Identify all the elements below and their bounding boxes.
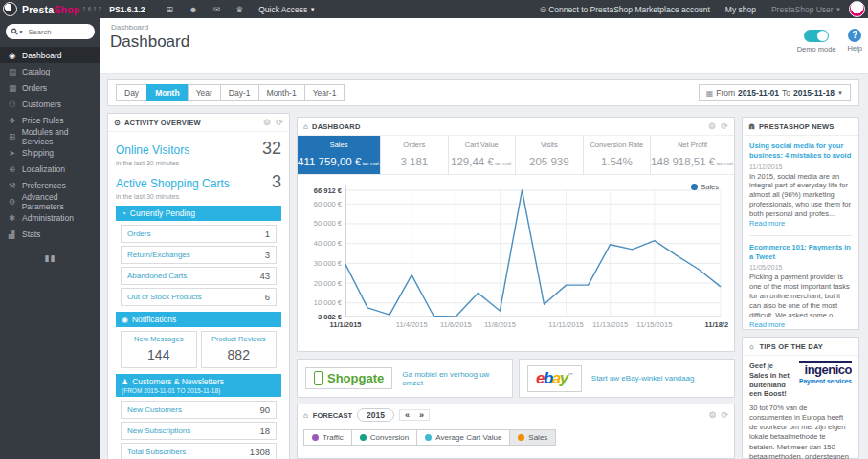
range-button-year-1[interactable]: Year-1 <box>304 84 345 101</box>
date-range-picker[interactable]: ▦ From 2015-11-01 To 2015-11-18 ▼ <box>699 84 851 101</box>
quick-access-menu[interactable]: Quick Access ▼ <box>258 5 315 14</box>
read-more-link[interactable]: Read more <box>749 219 785 228</box>
customers-quick-icon[interactable]: ☻ <box>189 5 197 14</box>
news-article-title[interactable]: Ecommerce 101: Payments in a Tweet <box>749 243 852 262</box>
sidebar-search[interactable]: ⚲ ▼ <box>6 24 95 39</box>
sidebar-item-price-rules[interactable]: ❖Price Rules <box>0 112 100 128</box>
chevron-down-icon: ▼ <box>837 90 843 96</box>
collapse-sidebar-button[interactable]: ▮▮ <box>0 253 100 263</box>
customers-row-link[interactable]: Total Subscribers <box>127 448 186 456</box>
page-header: Dashboard Dashboard Demo mode ? Help <box>100 18 868 74</box>
notification-cell: New Messages144 <box>121 331 197 368</box>
active-carts-label[interactable]: Active Shopping Carts <box>116 177 230 190</box>
tab-dot-icon <box>360 434 367 441</box>
breadcrumb[interactable]: Dashboard <box>111 23 148 32</box>
demo-mode-label: Demo mode <box>797 45 836 54</box>
news-article-excerpt: In 2015, social media are an integral pa… <box>749 172 852 229</box>
cart-icon[interactable]: ⊞ <box>167 5 174 14</box>
news-article-title[interactable]: Using social media for your business: 4 … <box>749 142 852 161</box>
pending-row-link[interactable]: Abandoned Carts <box>127 272 187 280</box>
sidebar-item-stats[interactable]: ▟Stats <box>0 226 100 242</box>
sidebar-item-preferences[interactable]: ⚒Preferences <box>0 177 100 193</box>
read-more-link[interactable]: Read more <box>749 320 785 329</box>
kpi-tile-visits[interactable]: Visits205 939 <box>516 136 584 174</box>
range-button-year[interactable]: Year <box>188 84 221 101</box>
sidebar-item-administration[interactable]: ✱Administration <box>0 209 100 226</box>
customers-row-link[interactable]: New Subscriptions <box>127 426 190 435</box>
range-button-month[interactable]: Month <box>146 84 189 101</box>
my-shop-link[interactable]: My shop <box>725 5 756 14</box>
kpi-tile-net-profit[interactable]: Net Profit148 918,51 € tax excl. <box>651 136 734 174</box>
sidebar-item-label: Modules and Services <box>22 127 100 146</box>
active-carts-sub: in the last 30 minutes <box>116 193 281 200</box>
ingenico-logo[interactable]: ingenico Payment services <box>799 361 852 384</box>
range-button-day[interactable]: Day <box>116 84 147 101</box>
refresh-icon[interactable]: ⟳ <box>721 410 728 420</box>
pending-row-link[interactable]: Orders <box>127 230 150 238</box>
marketplace-link[interactable]: ⊚Connect to PrestaShop Marketplace accou… <box>540 5 710 14</box>
forecast-tab-traffic[interactable]: Traffic <box>303 429 352 446</box>
shop-name-link[interactable]: PS1.6.1.2 <box>109 5 145 14</box>
user-avatar[interactable] <box>849 1 865 17</box>
kpi-value: 205 939 <box>516 156 583 167</box>
sidebar-item-advanced-parameters[interactable]: ⚙Advanced Parameters <box>0 193 100 209</box>
tab-dot-icon <box>312 434 319 441</box>
customers-row-value: 18 <box>259 426 270 436</box>
chart-bar-icon: ▟ <box>9 230 22 239</box>
next-year-button[interactable]: » <box>414 410 429 420</box>
wrench-icon: ⚒ <box>9 181 22 190</box>
pending-row-value: 43 <box>259 271 270 281</box>
demo-mode-toggle[interactable] <box>804 30 829 42</box>
kpi-tile-sales[interactable]: Sales411 759,00 € tax excl. <box>298 136 381 174</box>
previous-year-button[interactable]: « <box>400 410 414 420</box>
notification-label[interactable]: Product Reviews <box>204 335 275 343</box>
dashboard-icon: ⌂ <box>303 122 308 131</box>
news-article-excerpt: Picking a payment provider is one of the… <box>749 273 852 329</box>
ebay-ad-link[interactable]: Start uw eBay-winkel vandaag <box>591 374 695 382</box>
forecast-tab-conversion[interactable]: Conversion <box>351 429 417 446</box>
gear-icon[interactable]: ⚙ <box>708 121 716 131</box>
sidebar-item-modules-and-services[interactable]: ⊞Modules and Services <box>0 128 100 144</box>
brand-name[interactable]: PrestaShop <box>22 4 79 15</box>
online-visitors-label[interactable]: Online Visitors <box>116 143 189 157</box>
sidebar-item-localization[interactable]: ⊕Localization <box>0 161 100 177</box>
gear-icon[interactable]: ⚙ <box>263 118 271 127</box>
user-menu[interactable]: PrestaShop User ▼ <box>771 5 841 14</box>
pending-row-link[interactable]: Return/Exchanges <box>127 251 190 259</box>
kpi-tile-conversion-rate[interactable]: Conversion Rate1.54% <box>584 136 652 174</box>
sidebar-item-catalog[interactable]: ▤Catalog <box>0 63 100 79</box>
users-icon: ⚇ <box>9 99 22 109</box>
svg-text:66 912 €: 66 912 € <box>314 186 343 195</box>
refresh-icon[interactable]: ⟳ <box>276 118 283 127</box>
kpi-value: 411 759,00 € tax excl. <box>298 156 380 167</box>
sidebar-item-shipping[interactable]: ➤Shipping <box>0 144 100 161</box>
range-button-month-1[interactable]: Month-1 <box>258 84 305 101</box>
shopgate-ad-link[interactable]: Ga mobiel en verhoog uw omzet <box>402 370 504 387</box>
forecast-year[interactable]: 2015 <box>357 408 394 422</box>
sidebar-item-orders[interactable]: ▦Orders <box>0 79 100 96</box>
sidebar-item-label: Advanced Parameters <box>22 192 100 211</box>
forecast-tab-sales[interactable]: Sales <box>509 429 556 446</box>
tips-of-the-day-panel: ☼ TIPS OF THE DAY Geef je Sales in het b… <box>742 337 859 459</box>
refresh-icon[interactable]: ⟳ <box>721 121 728 131</box>
customers-row-link[interactable]: New Customers <box>127 405 182 414</box>
pending-row-link[interactable]: Out of Stock Products <box>127 293 202 301</box>
sidebar-item-customers[interactable]: ⚇Customers <box>0 96 100 112</box>
kpi-tile-orders[interactable]: Orders3 181 <box>381 136 449 174</box>
messages-icon[interactable]: ✉ <box>213 5 221 14</box>
forecast-tab-average-cart-value[interactable]: Average Cart Value <box>416 429 510 446</box>
tags-icon: ❖ <box>9 116 22 125</box>
search-input[interactable] <box>27 27 89 37</box>
ebay-logo[interactable]: ebay™ <box>527 365 582 392</box>
trophy-icon[interactable]: ♛ <box>235 5 243 14</box>
range-button-day-1[interactable]: Day-1 <box>220 84 259 101</box>
gear-icon[interactable]: ⚙ <box>708 410 716 420</box>
help-icon[interactable]: ? <box>848 29 861 42</box>
customers-date-range: (FROM 2015-11-01 TO 2015-11-18) <box>122 387 276 394</box>
shopgate-logo[interactable]: Shopgate <box>305 367 392 389</box>
kpi-tile-cart-value[interactable]: Cart Value129,44 € tax excl. <box>449 136 517 174</box>
svg-text:11/15/2015: 11/15/2015 <box>636 320 672 329</box>
news-panel-title: PRESTASHOP NEWS <box>759 122 835 131</box>
notification-label[interactable]: New Messages <box>123 335 194 343</box>
sidebar-item-dashboard[interactable]: ◉Dashboard <box>0 47 100 63</box>
